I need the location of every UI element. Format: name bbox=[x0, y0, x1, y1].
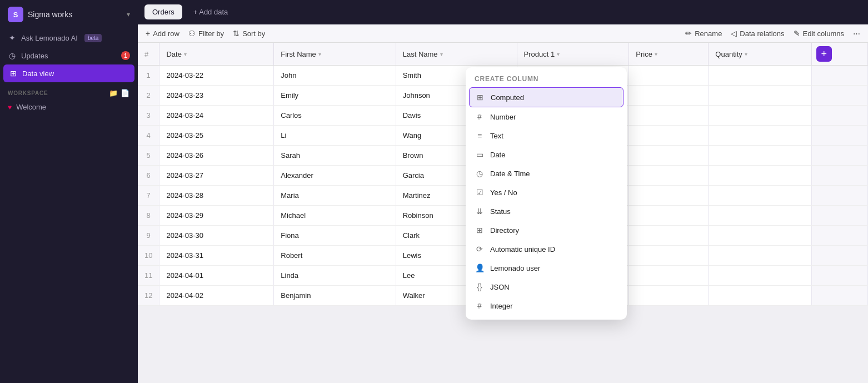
cell-price bbox=[629, 206, 709, 226]
updates-badge: 1 bbox=[121, 51, 130, 60]
cell-row-num: 11 bbox=[138, 266, 159, 286]
cell-price bbox=[629, 226, 709, 246]
sidebar-item-data-view[interactable]: ⊞ Data view bbox=[3, 64, 134, 82]
cell-price bbox=[629, 66, 709, 86]
cell-first-name: Robert bbox=[274, 246, 396, 266]
sidebar-item-updates[interactable]: ◷ Updates 1 bbox=[0, 47, 138, 64]
dropdown-item-autoid[interactable]: ⟳ Automatic unique ID bbox=[466, 240, 627, 258]
relations-icon: ◁ bbox=[731, 29, 737, 38]
edit-columns-button[interactable]: ✎ Edit columns bbox=[794, 29, 844, 38]
cell-first-name: Sarah bbox=[274, 146, 396, 166]
add-data-button[interactable]: + Add data bbox=[187, 4, 235, 19]
cell-date: 2024-03-25 bbox=[159, 126, 274, 146]
cell-extra bbox=[811, 226, 867, 246]
cell-price bbox=[629, 286, 709, 306]
cell-date: 2024-03-30 bbox=[159, 226, 274, 246]
table-icon: ⊞ bbox=[475, 93, 485, 102]
sort-firstname-icon: ▾ bbox=[318, 51, 321, 57]
cell-first-name: John bbox=[274, 66, 396, 86]
welcome-label: Welcome bbox=[16, 103, 46, 111]
sparkle-icon: ✦ bbox=[8, 33, 17, 42]
col-header-product1[interactable]: Product 1 ▾ bbox=[517, 43, 629, 66]
cell-first-name: Benjamin bbox=[274, 286, 396, 306]
chevron-down-icon: ▾ bbox=[127, 11, 130, 18]
dropdown-item-datetime[interactable]: ◷ Date & Time bbox=[466, 164, 627, 183]
cell-price bbox=[629, 86, 709, 106]
col-header-quantity[interactable]: Quantity ▾ bbox=[709, 43, 811, 66]
col-header-last-name[interactable]: Last Name ▾ bbox=[396, 43, 517, 66]
rename-button[interactable]: ✏ Rename bbox=[685, 29, 722, 38]
dropdown-item-json[interactable]: {} JSON bbox=[466, 277, 627, 296]
cell-date: 2024-03-24 bbox=[159, 106, 274, 126]
col-header-price[interactable]: Price ▾ bbox=[629, 43, 709, 66]
tab-orders[interactable]: Orders bbox=[144, 4, 182, 19]
dropdown-item-date[interactable]: ▭ Date bbox=[466, 145, 627, 164]
dropdown-item-label-number: Number bbox=[490, 113, 516, 121]
hash2-icon: # bbox=[475, 301, 485, 310]
dropdown-item-directory[interactable]: ⊞ Directory bbox=[466, 221, 627, 240]
col-header-date[interactable]: Date ▾ bbox=[159, 43, 274, 66]
clock-icon: ◷ bbox=[475, 169, 485, 178]
cell-date: 2024-04-01 bbox=[159, 266, 274, 286]
cell-date: 2024-03-26 bbox=[159, 146, 274, 166]
cell-quantity bbox=[709, 166, 811, 186]
workspace-header[interactable]: S Sigma works ▾ bbox=[0, 0, 138, 29]
dropdown-item-label-status: Status bbox=[490, 207, 511, 216]
cell-date: 2024-03-31 bbox=[159, 246, 274, 266]
dropdown-item-label-lemonadouser: Lemonado user bbox=[490, 264, 540, 272]
dropdown-item-status[interactable]: ⇊ Status bbox=[466, 202, 627, 221]
dropdown-item-integer[interactable]: # Integer bbox=[466, 296, 627, 315]
cell-price bbox=[629, 146, 709, 166]
cell-first-name: Li bbox=[274, 126, 396, 146]
dropdown-item-lemonadouser[interactable]: 👤 Lemonado user bbox=[466, 258, 627, 277]
cell-quantity bbox=[709, 186, 811, 206]
user-icon: 👤 bbox=[475, 263, 485, 272]
cell-date: 2024-03-27 bbox=[159, 166, 274, 186]
data-relations-button[interactable]: ◁ Data relations bbox=[731, 29, 784, 38]
dropdown-item-computed[interactable]: ⊞ Computed bbox=[469, 87, 623, 107]
add-doc-icon[interactable]: 📄 bbox=[121, 89, 130, 97]
more-options-button[interactable]: ⋯ bbox=[853, 29, 860, 38]
workspace-section: WORKSPACE 📁 📄 bbox=[0, 82, 138, 100]
dropdown-item-label-yesno: Yes / No bbox=[490, 188, 517, 197]
col-header-row-num: # bbox=[138, 43, 159, 66]
dropdown-item-number[interactable]: # Number bbox=[466, 107, 627, 126]
add-folder-icon[interactable]: 📁 bbox=[109, 89, 118, 97]
cell-extra bbox=[811, 186, 867, 206]
cell-first-name: Carlos bbox=[274, 106, 396, 126]
dropdown-item-text[interactable]: ≡ Text bbox=[466, 126, 627, 145]
dropdown-item-label-autoid: Automatic unique ID bbox=[490, 245, 555, 253]
lines-icon: ≡ bbox=[475, 131, 485, 140]
add-column-header[interactable]: + bbox=[811, 43, 867, 66]
sort-date-icon: ▾ bbox=[184, 51, 187, 57]
cell-extra bbox=[811, 126, 867, 146]
cell-row-num: 12 bbox=[138, 286, 159, 306]
cell-quantity bbox=[709, 86, 811, 106]
dropdown-item-yesno[interactable]: ☑ Yes / No bbox=[466, 183, 627, 202]
cell-first-name: Alexander bbox=[274, 166, 396, 186]
sort-lastname-icon: ▾ bbox=[440, 51, 443, 57]
cell-row-num: 5 bbox=[138, 146, 159, 166]
sidebar-item-welcome[interactable]: ♥ Welcome bbox=[0, 100, 138, 115]
dropdown-item-label-directory: Directory bbox=[490, 226, 519, 235]
col-header-first-name[interactable]: First Name ▾ bbox=[274, 43, 396, 66]
add-row-button[interactable]: + Add row bbox=[146, 29, 179, 38]
cell-quantity bbox=[709, 126, 811, 146]
filter-by-button[interactable]: ⚇ Filter by bbox=[188, 29, 224, 38]
braces-icon: {} bbox=[475, 282, 485, 291]
sidebar-item-ask-ai[interactable]: ✦ Ask Lemonado AI beta bbox=[0, 29, 138, 47]
cell-date: 2024-03-23 bbox=[159, 86, 274, 106]
grid-icon: ⊞ bbox=[475, 226, 485, 235]
calendar-icon: ▭ bbox=[475, 150, 485, 159]
cell-price bbox=[629, 106, 709, 126]
cell-extra bbox=[811, 266, 867, 286]
cell-quantity bbox=[709, 146, 811, 166]
dropdown-item-label-text: Text bbox=[490, 132, 503, 140]
sort-by-button[interactable]: ⇅ Sort by bbox=[233, 29, 265, 38]
cell-first-name: Emily bbox=[274, 86, 396, 106]
sidebar: S Sigma works ▾ ✦ Ask Lemonado AI beta ◷… bbox=[0, 0, 138, 383]
cell-date: 2024-04-02 bbox=[159, 286, 274, 306]
sort-price-icon: ▾ bbox=[655, 51, 657, 57]
cell-quantity bbox=[709, 206, 811, 226]
add-column-button[interactable]: + bbox=[816, 46, 832, 62]
